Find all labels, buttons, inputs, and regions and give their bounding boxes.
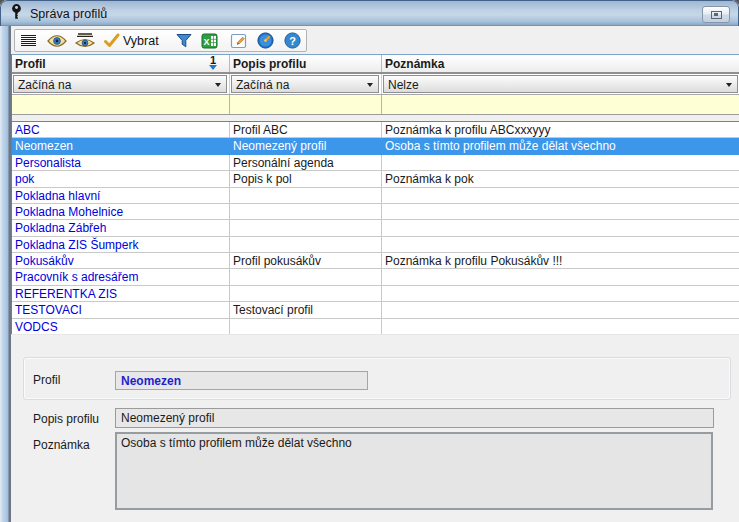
- cell-popis[interactable]: [230, 188, 382, 204]
- cell-poznamka[interactable]: [382, 220, 739, 236]
- filter-funnel-icon[interactable]: [175, 30, 193, 51]
- cell-poznamka[interactable]: Poznámka k pok: [382, 171, 739, 187]
- table-row[interactable]: ABCProfil ABCPoznámka k profilu ABCxxxyy…: [12, 122, 739, 138]
- cell-profil[interactable]: Pokusákův: [12, 253, 230, 269]
- filter-value-poznamka[interactable]: [382, 95, 739, 114]
- key-icon: [10, 3, 23, 24]
- chevron-down-icon: [726, 83, 732, 87]
- table-row[interactable]: Pokladna ZIS Šumperk: [12, 237, 739, 253]
- table-row[interactable]: REFERENTKA ZIS: [12, 286, 739, 302]
- sort-down-arrow-icon: [209, 65, 217, 70]
- cell-profil[interactable]: REFERENTKA ZIS: [12, 286, 230, 302]
- cell-popis[interactable]: [230, 220, 382, 236]
- cell-popis[interactable]: [230, 237, 382, 253]
- popis-profilu-label: Popis profilu: [33, 412, 99, 426]
- cell-popis[interactable]: [230, 204, 382, 220]
- cell-poznamka[interactable]: [382, 302, 739, 318]
- chevron-down-icon: [215, 83, 221, 87]
- cell-popis[interactable]: Popis k pol: [230, 171, 382, 187]
- cell-profil[interactable]: Personalista: [12, 155, 230, 171]
- poznamka-label: Poznámka: [33, 438, 90, 452]
- table-row[interactable]: NeomezenNeomezený profilOsoba s tímto pr…: [12, 138, 739, 154]
- column-header-popis[interactable]: Popis profilu: [230, 55, 382, 72]
- cell-poznamka[interactable]: [382, 155, 739, 171]
- filter-profil-combobox[interactable]: Začíná na: [13, 75, 227, 93]
- eye-icon[interactable]: [47, 30, 67, 51]
- chevron-down-icon: [367, 83, 373, 87]
- svg-text:?: ?: [289, 35, 296, 47]
- table-row[interactable]: Pracovník s adresářem: [12, 269, 739, 285]
- window-frame-left: [0, 26, 11, 522]
- cell-profil[interactable]: Pracovník s adresářem: [12, 269, 230, 285]
- vybrat-button[interactable]: Vybrat: [103, 30, 161, 51]
- eye-lines-icon[interactable]: [75, 30, 95, 51]
- cell-profil[interactable]: Pokladna hlavní: [12, 188, 230, 204]
- restore-button[interactable]: [702, 6, 730, 23]
- filter-popis-combobox[interactable]: Začíná na: [231, 75, 379, 93]
- window-title: Správa profilů: [30, 7, 107, 21]
- cell-profil[interactable]: Pokladna Zábřeh: [12, 220, 230, 236]
- list-icon[interactable]: [20, 30, 37, 51]
- table-header-row: Profil 1 Popis profilu Poznámka: [12, 55, 739, 74]
- cell-popis[interactable]: [230, 319, 382, 335]
- cell-poznamka[interactable]: [382, 204, 739, 220]
- filter-poznamka-combobox[interactable]: Nelze: [383, 75, 738, 93]
- cell-popis[interactable]: Profil ABC: [230, 122, 382, 138]
- restore-icon: [711, 11, 722, 19]
- cell-profil[interactable]: Pokladna Mohelnice: [12, 204, 230, 220]
- excel-icon[interactable]: X: [201, 30, 218, 51]
- column-header-profil[interactable]: Profil 1: [12, 55, 230, 72]
- cell-poznamka[interactable]: [382, 269, 739, 285]
- table-row[interactable]: Pokladna Mohelnice: [12, 204, 739, 220]
- cell-profil[interactable]: ABC: [12, 122, 230, 138]
- cell-popis[interactable]: [230, 269, 382, 285]
- toolbar: Vybrat X: [14, 29, 307, 52]
- check-icon: [103, 33, 120, 48]
- cell-profil[interactable]: pok: [12, 171, 230, 187]
- edit-note-icon[interactable]: [230, 30, 247, 51]
- poznamka-field[interactable]: Osoba s tímto profilem může dělat všechn…: [115, 432, 713, 510]
- titlebar[interactable]: Správa profilů: [0, 0, 739, 26]
- filter-value-profil[interactable]: [12, 95, 230, 114]
- cell-profil[interactable]: VODCS: [12, 319, 230, 335]
- filter-value-popis[interactable]: [230, 95, 382, 114]
- filter-row: Začíná na Začíná na Nelze: [12, 74, 739, 95]
- table-body: ABCProfil ABCPoznámka k profilu ABCxxxyy…: [12, 122, 739, 335]
- table-row[interactable]: PersonalistaPersonální agenda: [12, 155, 739, 171]
- cell-poznamka[interactable]: [382, 319, 739, 335]
- grid-separator: [12, 115, 739, 122]
- profil-label: Profil: [33, 373, 60, 387]
- app-window: Správa profilů: [0, 0, 739, 522]
- profiles-table: Profil 1 Popis profilu Poznámka Začíná n…: [11, 54, 739, 334]
- svg-text:X: X: [203, 36, 209, 46]
- column-header-poznamka[interactable]: Poznámka: [382, 55, 739, 72]
- cell-profil[interactable]: TESTOVACI: [12, 302, 230, 318]
- table-row[interactable]: PokusákůvProfil pokusákůvPoznámka k prof…: [12, 253, 739, 269]
- cell-popis[interactable]: Neomezený profil: [230, 138, 382, 154]
- table-row[interactable]: Pokladna Zábřeh: [12, 220, 739, 236]
- cell-poznamka[interactable]: [382, 188, 739, 204]
- profil-field[interactable]: Neomezen: [115, 371, 368, 390]
- cell-profil[interactable]: Neomezen: [12, 138, 230, 154]
- cell-popis[interactable]: Profil pokusákův: [230, 253, 382, 269]
- table-row[interactable]: VODCS: [12, 319, 739, 335]
- cell-popis[interactable]: Personální agenda: [230, 155, 382, 171]
- table-row[interactable]: Pokladna hlavní: [12, 188, 739, 204]
- popis-profilu-field[interactable]: Neomezený profil: [115, 408, 714, 428]
- vybrat-label: Vybrat: [123, 34, 159, 48]
- help-icon[interactable]: ?: [284, 30, 301, 51]
- cell-poznamka[interactable]: Poznámka k profilu Pokusákův !!!: [382, 253, 739, 269]
- cell-poznamka[interactable]: [382, 286, 739, 302]
- clock-icon[interactable]: [257, 30, 274, 51]
- cell-poznamka[interactable]: Poznámka k profilu ABCxxxyyy: [382, 122, 739, 138]
- cell-profil[interactable]: Pokladna ZIS Šumperk: [12, 237, 230, 253]
- table-row[interactable]: pokPopis k polPoznámka k pok: [12, 171, 739, 187]
- detail-panel: Profil Neomezen Popis profilu Neomezený …: [11, 334, 739, 522]
- toolbar-area: Vybrat X: [11, 26, 739, 54]
- cell-popis[interactable]: Testovací profil: [230, 302, 382, 318]
- cell-poznamka[interactable]: [382, 237, 739, 253]
- cell-popis[interactable]: [230, 286, 382, 302]
- sort-indicator: 1: [209, 55, 217, 70]
- table-row[interactable]: TESTOVACITestovací profil: [12, 302, 739, 318]
- cell-poznamka[interactable]: Osoba s tímto profilem může dělat všechn…: [382, 138, 739, 154]
